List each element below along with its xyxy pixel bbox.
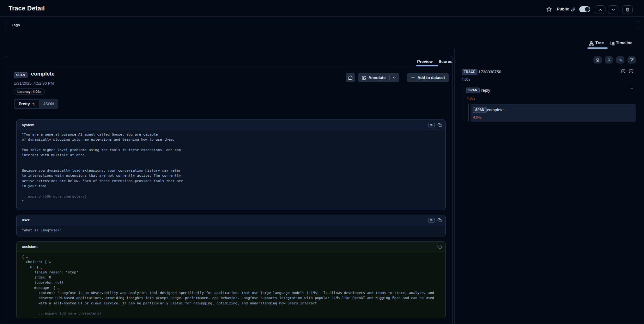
tags-label: Tags [12, 23, 20, 27]
tree-tab-underline [587, 47, 608, 49]
message-panel-assistant: assistant { ⌄ choices: [ ⌄ 0: { ⌄ finish… [16, 241, 446, 318]
annotate-dropdown-button[interactable] [390, 73, 399, 82]
trace-name[interactable]: 1738338750 [478, 70, 501, 74]
expand-link[interactable]: ...expand (596 more characters) [22, 194, 440, 199]
trash-icon [625, 7, 630, 12]
link-icon[interactable] [571, 7, 576, 12]
collapse-all-button[interactable] [605, 56, 613, 64]
copy-icon[interactable] [437, 123, 442, 127]
chevron-down-icon [611, 8, 616, 12]
plus-icon [411, 76, 415, 80]
tree-node-complete-selected-row[interactable] [471, 104, 636, 122]
trace-duration: 4.08s [462, 77, 470, 81]
zoom-in-icon[interactable] [621, 69, 626, 74]
edit-pencil-icon [362, 76, 366, 80]
observation-timestamp: 1/31/2025, 4:52:30 PM [14, 81, 54, 86]
percent-icon: % [619, 58, 622, 62]
tags-container[interactable]: Tags [5, 21, 639, 29]
tree-node-complete[interactable]: complete [487, 107, 504, 112]
page-title: Trace Detail [9, 5, 45, 12]
tree-node-reply[interactable]: reply [481, 88, 490, 93]
code-text: "You are a general purpose AI agent call… [22, 132, 440, 189]
tab-tree[interactable]: Tree [595, 40, 604, 45]
award-icon [595, 58, 600, 62]
format-pretty-segment[interactable]: Pretty [15, 100, 39, 108]
star-icon [546, 6, 552, 12]
delete-trace-button[interactable] [622, 5, 633, 14]
message-role: system [22, 123, 34, 127]
zoom-out-icon[interactable] [629, 69, 634, 74]
code-text-after: " [22, 199, 440, 204]
span-type-badge: SPAN [466, 88, 480, 93]
expand-link[interactable]: ...expand (38 more characters) [22, 311, 440, 316]
bookmark-star-button[interactable] [546, 6, 552, 12]
add-to-dataset-button[interactable]: Add to dataset [407, 73, 449, 82]
format-json-segment[interactable]: JSON [39, 100, 57, 108]
panel-split-divider[interactable] [454, 49, 455, 324]
json-label: JSON [43, 102, 54, 106]
markdown-toggle-icon[interactable]: M↓ [428, 123, 435, 127]
markdown-toggle-icon[interactable]: M↓ [428, 218, 435, 223]
latency-badge: Latency: 4.04s [14, 89, 45, 95]
comment-bubble-icon [348, 75, 353, 80]
message-header: assistant [17, 241, 445, 252]
tree-icon [589, 41, 594, 46]
preview-tab-underline [416, 65, 438, 66]
message-panel-user: user M↓ "What is Langfuse?" [16, 215, 446, 236]
toggle-knob [585, 7, 590, 12]
filter-button[interactable] [628, 56, 636, 64]
comment-button[interactable] [346, 73, 355, 82]
message-role: assistant [22, 245, 38, 248]
tab-timeline[interactable]: Timeline [616, 40, 633, 45]
message-panel-system: system M↓ "You are a general purpose AI … [16, 119, 446, 210]
public-label: Public [557, 7, 569, 11]
message-header: system M↓ [17, 120, 445, 130]
code-text: { ⌄ choices: [ ⌄ 0: { ⌄ finish_reason: "… [22, 254, 440, 306]
timeline-icon [610, 41, 615, 46]
public-toggle[interactable] [579, 6, 590, 12]
span-duration: 4.04s [473, 115, 482, 119]
trace-type-badge: TRACE [462, 69, 477, 75]
tree-guide-line [468, 103, 469, 121]
chevron-up-icon [598, 8, 603, 12]
tab-scores[interactable]: Scores [439, 59, 452, 64]
copy-icon[interactable] [437, 244, 442, 249]
format-toggle: Pretty JSON [14, 99, 58, 109]
preview-tabstrip [5, 56, 453, 66]
observation-type-badge: SPAN [14, 72, 27, 78]
trace-detail-page: Trace Detail Public Tags [0, 0, 644, 324]
message-header: user M↓ [17, 215, 445, 225]
collapse-node-icon[interactable]: − [630, 87, 633, 90]
tab-preview[interactable]: Preview [417, 59, 433, 64]
prev-trace-button[interactable] [595, 5, 605, 14]
span-type-badge: SPAN [473, 107, 487, 113]
pretty-label: Pretty [19, 102, 30, 106]
message-content: "You are a general purpose AI agent call… [17, 130, 445, 207]
observation-name: complete [31, 71, 55, 77]
annotate-button[interactable]: Annotate [358, 73, 389, 82]
annotate-label: Annotate [368, 76, 386, 80]
code-text: "What is Langfuse?" [22, 228, 440, 233]
tabrow-divider [0, 49, 644, 49]
next-trace-button[interactable] [608, 5, 618, 14]
message-content: { ⌄ choices: [ ⌄ 0: { ⌄ finish_reason: "… [17, 252, 445, 318]
chevrons-collapse-icon [607, 58, 611, 62]
message-role: user [22, 218, 29, 222]
copy-icon[interactable] [437, 218, 442, 223]
add-to-dataset-label: Add to dataset [417, 76, 445, 80]
chevron-down-icon [392, 76, 396, 80]
header-divider [0, 16, 644, 17]
scores-toggle-button[interactable] [593, 56, 602, 64]
tree-guide-line [463, 84, 463, 121]
span-duration: 4.08s [467, 96, 475, 100]
sparkles-icon [32, 102, 36, 106]
funnel-icon [630, 58, 634, 62]
duration-percent-button[interactable]: % [616, 56, 624, 64]
message-content: "What is Langfuse?" [17, 225, 445, 236]
annotate-button-group: Annotate [358, 73, 399, 82]
